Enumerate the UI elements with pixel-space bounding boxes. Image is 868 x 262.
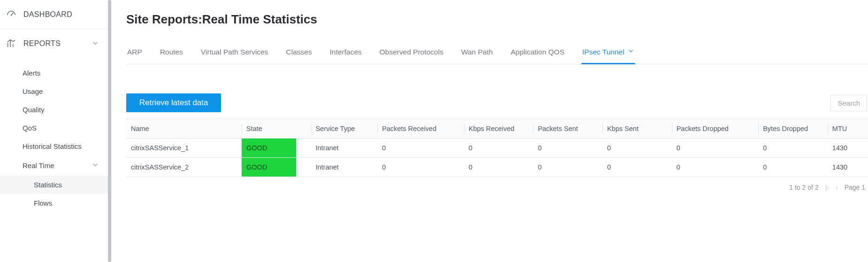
col-packets-dropped[interactable]: Packets Dropped: [672, 119, 759, 139]
col-bytes-dropped[interactable]: Bytes Dropped: [758, 119, 828, 139]
chevron-down-icon: [91, 161, 99, 170]
tab-application-qos[interactable]: Application QOS: [510, 44, 565, 64]
col-packets-sent[interactable]: Packets Sent: [533, 119, 602, 139]
tab-classes[interactable]: Classes: [285, 44, 313, 64]
sidebar-item-usage[interactable]: Usage: [0, 82, 108, 100]
main-content: Site Reports:Real Time Statistics ARP Ro…: [108, 0, 868, 262]
svg-point-0: [11, 14, 12, 15]
tab-wan-path[interactable]: Wan Path: [460, 44, 494, 64]
pager-first-icon[interactable]: |‹: [825, 184, 829, 191]
tab-bar: ARP Routes Virtual Path Services Classes…: [126, 44, 868, 64]
sidebar-item-alerts[interactable]: Alerts: [0, 64, 108, 82]
col-service-type[interactable]: Service Type: [311, 119, 377, 139]
tab-arp[interactable]: ARP: [126, 44, 143, 64]
cell-service-type: Intranet: [311, 139, 377, 158]
pager-page: Page 1: [845, 184, 865, 191]
sidebar-item-label: DASHBOARD: [23, 10, 99, 19]
cell-name: citrixSASService_2: [126, 158, 242, 177]
sidebar-item-quality[interactable]: Quality: [0, 100, 108, 119]
tab-interfaces[interactable]: Interfaces: [329, 44, 363, 64]
cell-mtu: 1430: [828, 139, 868, 158]
table-row: citrixSASService_2 GOOD Intranet 0 0 0 0…: [126, 158, 868, 177]
cell-service-type: Intranet: [311, 158, 377, 177]
cell-kbps-sent: 0: [602, 139, 672, 158]
cell-packets-received: 0: [377, 139, 464, 158]
cell-bytes-dropped: 0: [758, 139, 828, 158]
cell-name: citrixSASService_1: [126, 139, 242, 158]
tab-routes[interactable]: Routes: [159, 44, 184, 64]
sidebar-item-qos[interactable]: QoS: [0, 119, 108, 137]
scrollbar[interactable]: [108, 0, 111, 262]
cell-kbps-received: 0: [464, 139, 533, 158]
page-title: Site Reports:Real Time Statistics: [126, 12, 868, 27]
cell-packets-dropped: 0: [672, 158, 759, 177]
toolbar: Retrieve latest data Search: [126, 93, 868, 112]
col-kbps-received[interactable]: Kbps Received: [464, 119, 533, 139]
tab-label: IPsec Tunnel: [582, 48, 624, 56]
pager-range: 1 to 2 of 2: [789, 184, 818, 191]
cell-bytes-dropped: 0: [758, 158, 828, 177]
pager: 1 to 2 of 2 |‹ ‹ Page 1: [126, 177, 868, 191]
cell-kbps-received: 0: [464, 158, 533, 177]
tab-observed-protocols[interactable]: Observed Protocols: [379, 44, 444, 64]
retrieve-latest-button[interactable]: Retrieve latest data: [126, 93, 221, 112]
sidebar-item-historical-statistics[interactable]: Historical Statistics: [0, 137, 108, 155]
col-kbps-sent[interactable]: Kbps Sent: [602, 119, 672, 139]
sidebar: DASHBOARD REPORTS Alerts Usage Quality Q…: [0, 0, 108, 262]
sidebar-item-statistics[interactable]: Statistics: [0, 176, 108, 194]
col-name[interactable]: Name: [126, 119, 242, 139]
tab-ipsec-tunnel[interactable]: IPsec Tunnel: [581, 44, 635, 64]
pager-prev-icon[interactable]: ‹: [836, 184, 838, 191]
status-badge: GOOD: [242, 139, 296, 157]
sidebar-item-label: REPORTS: [23, 39, 84, 48]
table-header-row: Name State Service Type Packets Received…: [126, 119, 868, 139]
ipsec-tunnel-table: Name State Service Type Packets Received…: [126, 119, 868, 177]
table-row: citrixSASService_1 GOOD Intranet 0 0 0 0…: [126, 139, 868, 158]
cell-kbps-sent: 0: [602, 158, 672, 177]
cell-packets-received: 0: [377, 158, 464, 177]
sidebar-item-real-time[interactable]: Real Time: [0, 155, 108, 176]
col-state[interactable]: State: [242, 119, 311, 139]
sidebar-item-reports[interactable]: REPORTS: [0, 29, 108, 58]
search-input[interactable]: Search: [830, 95, 867, 111]
cell-packets-sent: 0: [533, 158, 602, 177]
reports-submenu: Alerts Usage Quality QoS Historical Stat…: [0, 58, 108, 216]
sidebar-item-flows[interactable]: Flows: [0, 194, 108, 212]
cell-state: GOOD: [242, 158, 311, 177]
gauge-icon: [6, 9, 17, 20]
col-mtu[interactable]: MTU: [828, 119, 868, 139]
sidebar-item-dashboard[interactable]: DASHBOARD: [0, 0, 108, 29]
cell-state: GOOD: [242, 139, 311, 158]
chevron-down-icon: [91, 39, 99, 49]
cell-packets-dropped: 0: [672, 139, 759, 158]
cell-mtu: 1430: [828, 158, 868, 177]
col-packets-received[interactable]: Packets Received: [377, 119, 464, 139]
chevron-down-icon: [627, 47, 634, 56]
reports-icon: [6, 38, 17, 49]
cell-packets-sent: 0: [533, 139, 602, 158]
tab-virtual-path-services[interactable]: Virtual Path Services: [200, 44, 269, 64]
status-badge: GOOD: [242, 158, 296, 177]
sidebar-item-label: Real Time: [23, 162, 54, 170]
